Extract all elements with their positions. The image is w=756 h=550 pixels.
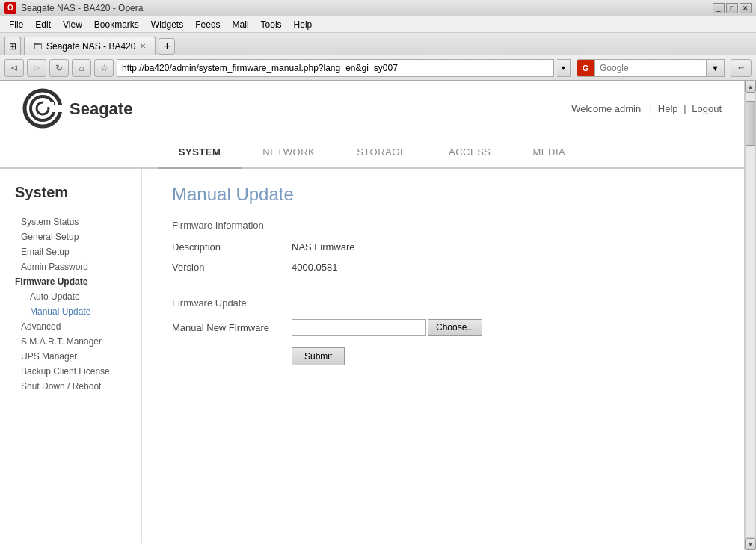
version-row: Version 4000.0581 [172,262,714,273]
scroll-down-btn[interactable]: ▼ [745,538,756,550]
menu-mail[interactable]: Mail [227,18,255,31]
description-row: Description NAS Firmware [172,241,714,253]
sidebar-item-ups-manager[interactable]: UPS Manager [15,349,134,364]
tab-close-btn[interactable]: ✕ [140,42,146,50]
version-label: Version [172,262,292,273]
tab-favicon: 🗔 [34,42,42,51]
firmware-file-input[interactable] [292,319,426,336]
menu-widgets[interactable]: Widgets [145,18,189,31]
sidebar-item-auto-update[interactable]: Auto Update [15,289,134,304]
nav-extra-btn[interactable]: ↩ [731,59,752,77]
tab-label: Seagate NAS - BA420 [46,41,135,52]
svg-point-1 [31,96,55,120]
menu-help[interactable]: Help [288,18,319,31]
sidebar-section: System Status General Setup Email Setup … [15,214,134,394]
sidebar-item-shutdown-reboot[interactable]: Shut Down / Reboot [15,379,134,394]
sidebar-title: System [15,184,134,201]
nav-item-storage[interactable]: STORAGE [336,138,428,169]
nav-back-btn[interactable]: ⊲ [4,59,24,77]
description-value: NAS Firmware [292,241,355,253]
sidebar-item-email-setup[interactable]: Email Setup [15,244,134,259]
menu-view[interactable]: View [57,18,88,31]
firmware-update-section-title: Firmware Update [172,297,714,309]
submit-button[interactable]: Submit [292,347,345,365]
nav-home-btn[interactable]: ⌂ [72,59,91,77]
logout-link[interactable]: Logout [692,103,722,114]
active-tab[interactable]: 🗔 Seagate NAS - BA420 ✕ [24,37,156,55]
nav-separator-2: | [683,103,689,114]
sidebar-item-general-setup[interactable]: General Setup [15,229,134,244]
sidebar-item-system-status[interactable]: System Status [15,214,134,229]
window-title: Seagate NAS - BA420 - Opera [21,3,713,13]
nav-item-network[interactable]: NETWORK [242,138,336,169]
manual-firmware-row: Manual New Firmware Choose... [172,319,714,336]
help-link[interactable]: Help [658,103,678,114]
maximize-btn[interactable]: □ [726,3,738,13]
svg-rect-3 [52,105,64,112]
sidebar-item-admin-password[interactable]: Admin Password [15,259,134,274]
nav-forward-btn[interactable]: ⊳ [27,59,46,77]
search-submit-btn[interactable]: ▼ [707,59,725,77]
logo: Seagate [22,88,132,129]
page-layout: System System Status General Setup Email… [0,169,744,543]
scrollbar: ▲ ▼ [744,81,756,550]
header-nav: Welcome admin | Help | Logout [568,103,722,114]
sidebar-item-manual-update[interactable]: Manual Update [15,304,134,319]
nav-item-media[interactable]: MEDIA [512,138,587,169]
choose-file-button[interactable]: Choose... [428,319,482,336]
google-icon: G [577,59,594,77]
submit-row: Submit [172,347,714,365]
scroll-up-btn[interactable]: ▲ [745,81,756,93]
sidebar-item-advanced[interactable]: Advanced [15,319,134,334]
manual-firmware-label: Manual New Firmware [172,322,292,333]
search-input[interactable] [594,59,707,77]
nav-item-system[interactable]: SYSTEM [158,138,242,169]
main-nav: SYSTEM NETWORK STORAGE ACCESS MEDIA [0,138,744,169]
version-value: 4000.0581 [292,262,337,273]
description-label: Description [172,241,292,253]
scroll-track[interactable] [745,93,756,538]
firmware-info-section-title: Firmware Information [172,220,714,231]
address-bar[interactable] [117,59,554,77]
nav-separator-1: | [650,103,655,114]
browser-body: Seagate Welcome admin | Help | Logout SY… [0,81,756,550]
menu-feeds[interactable]: Feeds [189,18,226,31]
close-btn[interactable]: ✕ [740,3,752,13]
welcome-text: Welcome admin [571,103,641,114]
minimize-btn[interactable]: _ [713,3,725,13]
window-controls: _ □ ✕ [713,3,752,13]
browser-icon: O [4,2,16,14]
page-content: Seagate Welcome admin | Help | Logout SY… [0,81,744,550]
svg-rect-4 [43,102,54,107]
logo-icon [22,88,64,129]
title-bar: O Seagate NAS - BA420 - Opera _ □ ✕ [0,0,756,16]
tab-bar: ⊞ 🗔 Seagate NAS - BA420 ✕ + [0,33,756,55]
back-speed-dial-btn[interactable]: ⊞ [4,37,21,55]
scroll-thumb[interactable] [746,101,755,146]
sidebar-item-backup-license[interactable]: Backup Client License [15,364,134,379]
main-content: Manual Update Firmware Information Descr… [142,169,744,543]
menu-tools[interactable]: Tools [255,18,288,31]
menu-bookmarks[interactable]: Bookmarks [88,18,145,31]
sidebar-item-firmware-update[interactable]: Firmware Update [15,274,134,289]
sidebar-item-smart-manager[interactable]: S.M.A.R.T. Manager [15,334,134,349]
nav-reload-btn[interactable]: ↻ [49,59,69,77]
address-dropdown-btn[interactable]: ▼ [557,59,571,77]
section-divider [172,285,710,285]
nav-item-access[interactable]: ACCESS [428,138,511,169]
nav-bookmark-btn[interactable]: ☆ [94,59,114,77]
menu-file[interactable]: File [3,18,29,31]
page-title: Manual Update [172,184,714,205]
menu-bar: File Edit View Bookmarks Widgets Feeds M… [0,16,756,33]
nav-bar: ⊲ ⊳ ↻ ⌂ ☆ ▼ G ▼ ↩ [0,55,756,81]
site-header: Seagate Welcome admin | Help | Logout [0,81,744,138]
logo-text: Seagate [70,99,132,119]
new-tab-button[interactable]: + [159,38,175,55]
sidebar: System System Status General Setup Email… [0,169,142,543]
menu-edit[interactable]: Edit [29,18,57,31]
page-inner: Seagate Welcome admin | Help | Logout SY… [0,81,744,543]
